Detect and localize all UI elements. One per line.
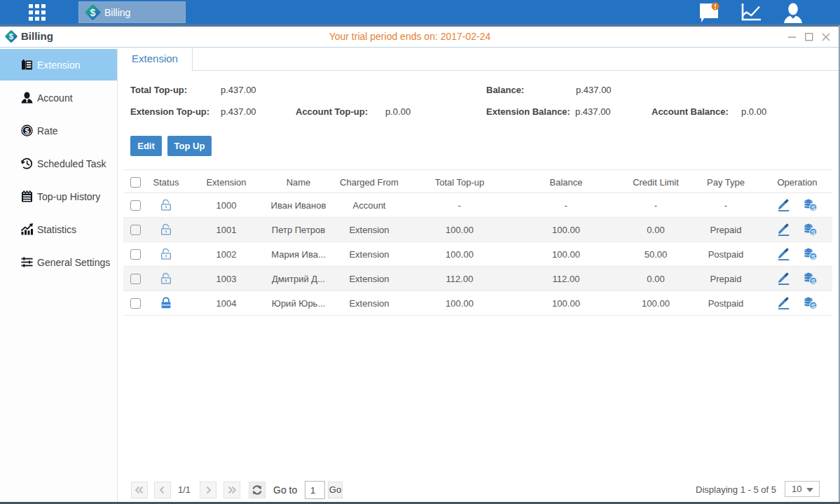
svg-text:S: S bbox=[811, 253, 815, 260]
svg-text:S: S bbox=[811, 302, 815, 309]
svg-text:$: $ bbox=[90, 7, 96, 18]
svg-text:$: $ bbox=[25, 127, 29, 135]
svg-text:S: S bbox=[811, 277, 815, 285]
svg-text:S: S bbox=[811, 228, 815, 236]
svg-text:S: S bbox=[811, 204, 815, 211]
